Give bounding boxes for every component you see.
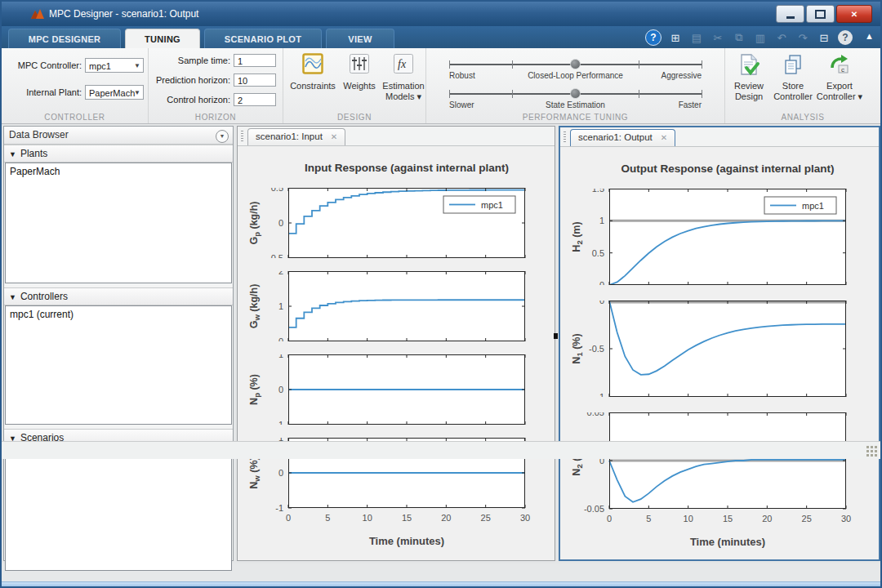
svg-text:0: 0	[607, 514, 612, 523]
store-controller-button-label: Controller	[771, 91, 815, 102]
help-icon[interactable]: ?	[645, 29, 662, 46]
svg-text:0: 0	[278, 385, 283, 394]
close-button[interactable]: ✕	[836, 5, 872, 23]
svg-text:1: 1	[278, 301, 283, 311]
collapse-triangle-icon[interactable]: ▼	[9, 293, 16, 301]
section-header-plants[interactable]: ▼Plants	[4, 145, 233, 163]
input-subplot-Np: 10-1Np (%)	[238, 354, 555, 425]
analysis-section: ANALYSIS ReviewDesignStoreControllercExp…	[725, 48, 880, 123]
weights-button-label: Weights	[337, 81, 381, 91]
sample-time-field[interactable]: 1	[234, 54, 276, 67]
svg-text:fx: fx	[398, 58, 407, 70]
store-controller-button[interactable]: StoreController	[771, 53, 815, 102]
redo-icon: ↷	[795, 30, 810, 45]
constraints-button-label: Constraints	[288, 81, 337, 91]
close-tab-icon[interactable]: ✕	[661, 133, 667, 142]
minimize-button[interactable]	[776, 5, 804, 23]
design-section: DESIGN ConstraintsWeightsfxEstimationMod…	[283, 48, 426, 123]
control-horizon-label: Control horizon:	[149, 93, 230, 107]
review-design-button-label: Design	[728, 91, 769, 102]
output-figure-title: Output Response (against internal plant)	[609, 163, 846, 175]
svg-text:-0.5: -0.5	[589, 344, 604, 354]
svg-text:25: 25	[802, 514, 812, 523]
input-xaxis-label: Time (minutes)	[288, 535, 525, 547]
output-xaxis-label: Time (minutes)	[609, 536, 846, 548]
internal-plant-label: Internal Plant:	[2, 85, 82, 100]
svg-text:Gw (kg/h): Gw (kg/h)	[248, 284, 261, 329]
svg-text:20: 20	[441, 513, 451, 523]
slider-thumb[interactable]	[570, 59, 581, 69]
section-header-controllers[interactable]: ▼Controllers	[4, 287, 233, 305]
controller-section-label: CONTROLLER	[2, 113, 148, 122]
maximize-button[interactable]	[806, 5, 835, 23]
tab-scenario1-input[interactable]: scenario1: Input✕	[247, 128, 345, 145]
svg-text:15: 15	[402, 513, 412, 523]
constraints-button[interactable]: Constraints	[288, 53, 337, 91]
svg-text:5: 5	[646, 514, 651, 523]
resize-grip-icon[interactable]	[866, 445, 877, 457]
ribbon-tab-view[interactable]: VIEW	[326, 29, 394, 48]
export-controller-button-label: Export	[811, 81, 868, 91]
closed-loop-performance-slider[interactable]: RobustClosed-Loop PerformanceAggressive	[449, 54, 702, 78]
weights-button[interactable]: Weights	[337, 53, 381, 91]
ribbon-tab-tuning[interactable]: TUNING	[125, 29, 200, 48]
window-title: MPC Designer - scenario1: Output	[49, 2, 198, 26]
svg-text:-0.05: -0.05	[584, 504, 604, 514]
undo-icon: ↶	[774, 30, 789, 45]
output-plot-pane: scenario1: Output✕ Output Response (agai…	[559, 126, 880, 561]
data-browser-panel: Data Browser ▼ ▼PlantsPaperMach▼Controll…	[3, 126, 234, 561]
list-item[interactable]: mpc1 (current)	[6, 306, 231, 323]
copy-icon: ⧉	[732, 30, 746, 45]
review-design-button[interactable]: ReviewDesign	[728, 53, 769, 102]
review-design-icon	[737, 53, 760, 76]
state-estimation-slider[interactable]: SlowerState EstimationFaster	[449, 83, 702, 108]
prediction-horizon-field[interactable]: 10	[234, 74, 276, 87]
tab-scenario1-output[interactable]: scenario1: Output✕	[570, 129, 675, 146]
input-tab-bar: scenario1: Input✕	[238, 127, 555, 146]
slider-thumb[interactable]	[570, 88, 581, 99]
save-icon: ▤	[689, 30, 704, 45]
svg-text:Np (%): Np (%)	[248, 374, 261, 405]
close-tab-icon[interactable]: ✕	[331, 132, 337, 141]
collapse-triangle-icon[interactable]: ▼	[9, 150, 16, 158]
store-controller-button-label: Store	[771, 81, 815, 91]
svg-text:N1 (%): N1 (%)	[571, 333, 584, 363]
svg-text:10: 10	[363, 513, 372, 523]
output-subplot-N2: 0510152025300.050-0.05N2 (%)	[560, 412, 879, 535]
ribbon-tab-mpc-designer[interactable]: MPC DESIGNER	[8, 29, 121, 48]
slider-label: Aggressive	[662, 71, 702, 80]
main-area: Data Browser ▼ ▼PlantsPaperMach▼Controll…	[2, 124, 880, 564]
mpc-designer-window: MPC Designer - scenario1: Output ✕ MPC D…	[0, 0, 882, 588]
svg-text:H2 (m): H2 (m)	[571, 221, 584, 252]
drag-grip-icon[interactable]	[241, 131, 243, 141]
chevron-down-icon: ▼	[134, 59, 140, 74]
svg-text:0: 0	[278, 218, 283, 228]
window-layout-icon[interactable]: ⊟	[817, 30, 831, 45]
mpc-controller-dropdown[interactable]: mpc1▼	[85, 58, 144, 73]
svg-text:25: 25	[481, 513, 491, 523]
data-browser-title: Data Browser	[9, 129, 69, 140]
data-browser-menu-icon[interactable]: ▼	[216, 130, 229, 143]
output-tab-bar: scenario1: Output✕	[560, 127, 879, 147]
collapse-ribbon-icon[interactable]: ▲	[865, 31, 874, 41]
analysis-section-label: ANALYSIS	[725, 113, 880, 122]
drag-grip-icon[interactable]	[564, 131, 566, 142]
scenarios-list: scenario1	[5, 447, 232, 571]
svg-text:30: 30	[520, 513, 530, 523]
prediction-horizon-label: Prediction horizon:	[149, 74, 230, 87]
export-controller-button[interactable]: cExportController ▾	[811, 53, 868, 102]
estimation-models-button[interactable]: fxEstimationModels ▾	[380, 53, 427, 102]
help2-icon[interactable]: ?	[838, 30, 853, 45]
constraints-icon	[302, 53, 323, 74]
ribbon-tab-scenario-plot[interactable]: SCENARIO PLOT	[204, 29, 322, 48]
export-figure-icon[interactable]: ⊞	[668, 30, 683, 45]
list-item[interactable]: PaperMach	[6, 163, 231, 180]
control-horizon-field[interactable]: 2	[234, 93, 276, 106]
svg-text:0.5: 0.5	[592, 248, 604, 258]
output-subplot-N1: 0-0.5-1N1 (%)	[560, 301, 879, 397]
svg-text:1: 1	[278, 354, 283, 359]
internal-plant-dropdown[interactable]: PaperMach▼	[85, 85, 144, 100]
svg-text:0.05: 0.05	[587, 412, 604, 417]
pane-splitter-handle[interactable]	[554, 333, 558, 339]
status-bar	[2, 441, 880, 459]
